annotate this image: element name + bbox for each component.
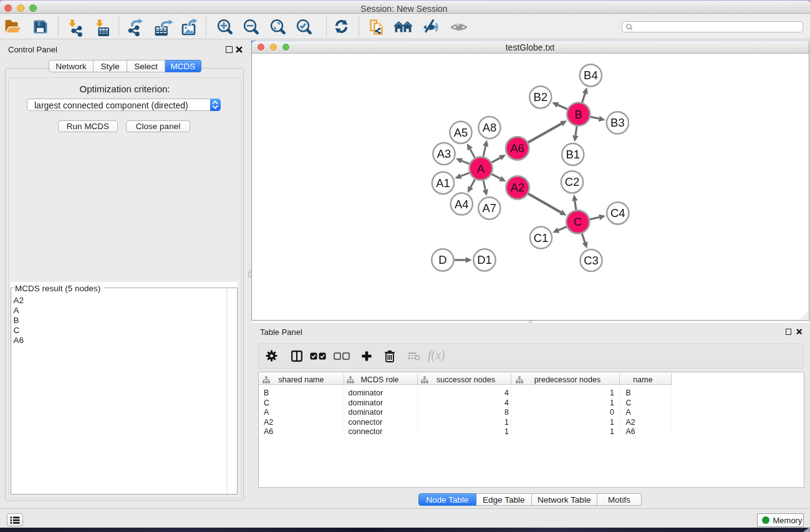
svg-text:A3: A3 bbox=[437, 147, 451, 160]
svg-text:C2: C2 bbox=[565, 175, 580, 188]
svg-text:B3: B3 bbox=[610, 116, 625, 129]
svg-text:A: A bbox=[477, 162, 485, 175]
svg-text:C3: C3 bbox=[584, 254, 599, 267]
svg-text:B1: B1 bbox=[566, 148, 580, 161]
svg-text:A7: A7 bbox=[482, 201, 496, 215]
svg-text:D: D bbox=[438, 253, 446, 266]
svg-text:A2: A2 bbox=[511, 181, 525, 194]
svg-text:B: B bbox=[575, 108, 582, 121]
svg-text:C1: C1 bbox=[534, 231, 549, 244]
svg-text:D1: D1 bbox=[477, 253, 492, 266]
svg-text:B2: B2 bbox=[533, 90, 547, 104]
svg-text:B4: B4 bbox=[584, 69, 598, 82]
svg-text:A8: A8 bbox=[483, 121, 497, 134]
svg-text:A1: A1 bbox=[436, 177, 450, 190]
svg-text:A5: A5 bbox=[454, 126, 468, 139]
svg-text:A4: A4 bbox=[455, 198, 469, 211]
svg-text:C: C bbox=[574, 215, 582, 228]
svg-text:A6: A6 bbox=[510, 142, 524, 155]
svg-text:C4: C4 bbox=[610, 206, 625, 220]
